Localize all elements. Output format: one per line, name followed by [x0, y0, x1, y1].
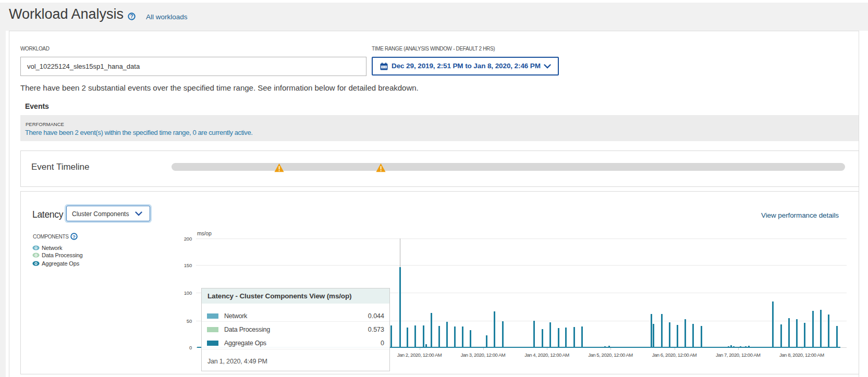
svg-text:?: ? — [72, 234, 76, 240]
svg-text:?: ? — [130, 14, 133, 19]
